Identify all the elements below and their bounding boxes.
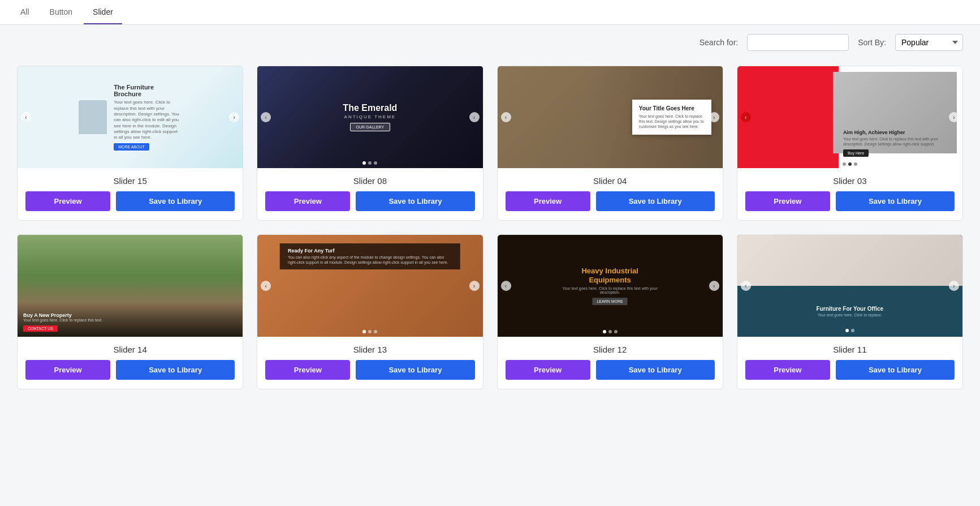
nav-arrow-right-12[interactable]: › [709,281,719,291]
preview-button-slider-14[interactable]: Preview [25,360,110,380]
preview-button-slider-03[interactable]: Preview [745,191,830,211]
save-button-slider-15[interactable]: Save to Library [116,191,235,211]
card-actions-slider-15: Preview Save to Library [18,191,243,220]
nav-arrow-right-11[interactable]: › [949,281,959,291]
search-label: Search for: [700,38,738,47]
save-button-slider-08[interactable]: Save to Library [356,191,474,211]
save-button-slider-04[interactable]: Save to Library [596,191,715,211]
nav-arrow-left-15[interactable]: ‹ [21,112,31,122]
save-button-slider-13[interactable]: Save to Library [356,360,474,380]
tab-bar: All Button Slider [0,0,980,25]
card-actions-slider-11: Preview Save to Library [737,360,962,389]
nav-arrow-left-13[interactable]: ‹ [261,281,271,291]
thumbnail-slider-13: Ready For Any Turf You can also right-cl… [257,235,482,337]
card-title-slider-04: Slider 04 [498,168,723,191]
card-title-slider-12: Slider 12 [498,337,723,360]
search-input[interactable] [747,34,849,51]
card-slider-11: Furniture For Your Office Your text goes… [737,234,963,389]
nav-arrow-right-08[interactable]: › [469,112,480,122]
card-actions-slider-12: Preview Save to Library [498,360,723,389]
card-actions-slider-14: Preview Save to Library [18,360,243,389]
thumbnail-slider-04: Your Title Goes Here Your text goes here… [498,66,723,168]
tab-button[interactable]: Button [41,1,81,24]
card-slider-12: Heavy IndustrialEquipments Your text goe… [497,234,723,389]
card-actions-slider-13: Preview Save to Library [257,360,482,389]
card-slider-04: Your Title Goes Here Your text goes here… [497,66,723,221]
save-button-slider-11[interactable]: Save to Library [836,360,955,380]
thumbnail-slider-12: Heavy IndustrialEquipments Your text goe… [498,235,723,337]
thumbnail-slider-11: Furniture For Your Office Your text goes… [737,235,962,337]
card-title-slider-14: Slider 14 [18,337,243,360]
nav-arrow-right-15[interactable]: › [229,112,239,122]
card-title-slider-13: Slider 13 [257,337,482,360]
preview-button-slider-08[interactable]: Preview [265,191,350,211]
tab-all[interactable]: All [11,1,38,24]
card-actions-slider-08: Preview Save to Library [257,191,482,220]
card-actions-slider-04: Preview Save to Library [498,191,723,220]
card-title-slider-15: Slider 15 [18,168,243,191]
card-slider-03: Aim High, Achieve Higher Your text goes … [737,66,963,221]
card-slider-13: Ready For Any Turf You can also right-cl… [257,234,483,389]
nav-arrow-left-03[interactable]: ‹ [741,112,751,122]
nav-arrow-right-04[interactable]: › [709,112,719,122]
toolbar: Search for: Sort By: Popular Newest Olde… [0,25,980,60]
sort-label: Sort By: [858,38,886,47]
thumbnail-slider-08: The Emerald ANTIQUE THEME OUR GALLERY ‹ … [257,66,482,168]
card-slider-15: The Furniture Brochure Your text goes he… [17,66,243,221]
preview-button-slider-12[interactable]: Preview [506,360,590,380]
thumbnail-slider-14: Buy A New Property Your text goes here. … [18,235,243,337]
preview-button-slider-15[interactable]: Preview [25,191,110,211]
nav-arrow-left-08[interactable]: ‹ [261,112,271,122]
nav-arrow-right-03[interactable]: › [949,112,959,122]
nav-arrow-left-12[interactable]: ‹ [501,281,511,291]
nav-arrow-left-04[interactable]: ‹ [501,112,511,122]
thumbnail-slider-03: Aim High, Achieve Higher Your text goes … [737,66,962,168]
preview-button-slider-11[interactable]: Preview [745,360,830,380]
preview-button-slider-04[interactable]: Preview [506,191,590,211]
nav-arrow-left-11[interactable]: ‹ [741,281,751,291]
tab-slider[interactable]: Slider [84,1,122,24]
card-title-slider-03: Slider 03 [737,168,962,191]
card-actions-slider-03: Preview Save to Library [737,191,962,220]
thumbnail-slider-15: The Furniture Brochure Your text goes he… [18,66,243,168]
save-button-slider-14[interactable]: Save to Library [116,360,235,380]
save-button-slider-03[interactable]: Save to Library [836,191,955,211]
card-title-slider-08: Slider 08 [257,168,482,191]
card-slider-14: Buy A New Property Your text goes here. … [17,234,243,389]
preview-button-slider-13[interactable]: Preview [265,360,350,380]
sort-select[interactable]: Popular Newest Oldest [895,34,963,51]
card-title-slider-11: Slider 11 [737,337,962,360]
cards-grid: The Furniture Brochure Your text goes he… [0,60,980,406]
save-button-slider-12[interactable]: Save to Library [596,360,715,380]
card-slider-08: The Emerald ANTIQUE THEME OUR GALLERY ‹ … [257,66,483,221]
nav-arrow-right-13[interactable]: › [469,281,480,291]
